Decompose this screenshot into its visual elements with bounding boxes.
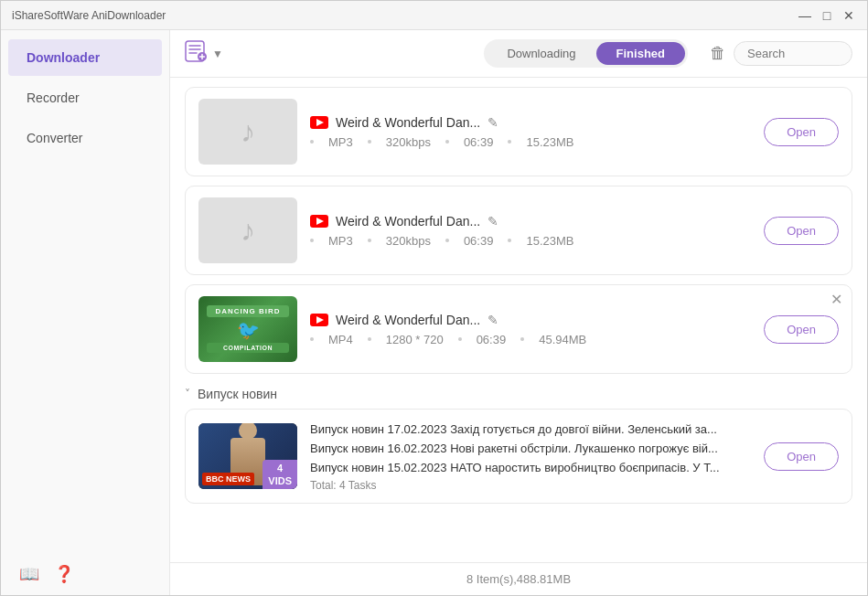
add-dropdown-arrow: ▼: [212, 48, 223, 60]
edit-icon[interactable]: ✎: [488, 313, 498, 327]
youtube-icon: [310, 116, 328, 129]
item-title-row: Weird & Wonderful Dan... ✎: [310, 115, 751, 130]
book-icon[interactable]: 📖: [19, 564, 39, 584]
open-button[interactable]: Open: [764, 118, 839, 146]
item-info: Weird & Wonderful Dan... ✎ MP3 320kbps 0…: [310, 214, 751, 248]
group-header[interactable]: ˅ Випуск новин: [185, 383, 852, 409]
news-line: Випуск новин 17.02.2023 Захід готується …: [310, 420, 751, 440]
sidebar: Downloader Recorder Converter 📖 ❓: [1, 30, 170, 595]
dot: [310, 140, 314, 144]
item-info: Weird & Wonderful Dan... ✎ MP4 1280 * 72…: [310, 313, 751, 346]
open-button[interactable]: Open: [764, 217, 839, 245]
item-meta: MP4 1280 * 720 06:39 45.94MB: [310, 333, 751, 346]
news-line: Випуск новин 15.02.2023 НАТО наростить в…: [310, 459, 751, 478]
add-icon: [185, 39, 209, 69]
play-triangle: [316, 316, 324, 324]
news-logo: BBC NEWS: [202, 473, 254, 485]
item-format: MP3: [328, 234, 353, 248]
edit-icon[interactable]: ✎: [488, 214, 498, 229]
window-controls: — □ ✕: [798, 8, 856, 23]
vids-badge: 4 VIDS: [263, 460, 297, 490]
sidebar-item-recorder[interactable]: Recorder: [8, 80, 162, 116]
play-triangle: [316, 119, 324, 126]
open-group-button[interactable]: Open: [764, 442, 839, 471]
close-button[interactable]: ✕: [841, 8, 856, 23]
news-lines: Випуск новин 17.02.2023 Захід готується …: [310, 420, 751, 477]
title-bar: iShareSoftWare AniDownloader — □ ✕: [1, 1, 867, 30]
dot: [458, 337, 462, 341]
item-title: Weird & Wonderful Dan...: [336, 115, 480, 130]
group-chevron-icon: ˅: [185, 388, 190, 400]
item-thumbnail: ♪: [198, 99, 297, 165]
item-thumbnail: DANCING BIRD 🐦 COMPILATION: [198, 296, 297, 362]
main-layout: Downloader Recorder Converter 📖 ❓: [1, 30, 867, 595]
top-bar: ▼ Downloading Finished 🗑: [170, 30, 867, 78]
youtube-icon: [310, 215, 328, 228]
news-total: Total: 4 Tasks: [310, 479, 751, 492]
item-duration: 06:39: [464, 135, 494, 149]
group-label: Випуск новин: [198, 387, 277, 401]
close-item-button[interactable]: ✕: [830, 291, 842, 308]
item-meta: MP3 320kbps 06:39 15.23MB: [310, 234, 751, 248]
music-icon: ♪: [241, 214, 255, 248]
item-thumbnail: ♪: [198, 197, 297, 263]
item-title: Weird & Wonderful Dan...: [336, 214, 480, 229]
play-triangle: [316, 218, 324, 225]
item-format: MP3: [328, 135, 353, 149]
dot: [310, 337, 314, 341]
item-bitrate: 320kbps: [386, 234, 431, 248]
item-list: ♪ Weird & Wonderful Dan... ✎ MP3 3: [170, 78, 867, 562]
item-info: Weird & Wonderful Dan... ✎ MP3 320kbps 0…: [310, 115, 751, 149]
dot: [445, 140, 449, 144]
sidebar-bottom: 📖 ❓: [1, 553, 169, 595]
minimize-button[interactable]: —: [798, 8, 812, 23]
dot: [310, 239, 314, 242]
item-bitrate: 1280 * 720: [386, 333, 444, 346]
download-item: ♪ Weird & Wonderful Dan... ✎ MP3 3: [185, 87, 852, 176]
tab-downloading[interactable]: Downloading: [487, 42, 595, 65]
tab-finished[interactable]: Finished: [596, 42, 685, 65]
dot: [508, 239, 511, 242]
item-title-row: Weird & Wonderful Dan... ✎: [310, 214, 751, 229]
download-item-group: BBC NEWS 4 VIDS Випуск новин 17.02.2023 …: [185, 409, 852, 504]
download-item: ♪ Weird & Wonderful Dan... ✎ MP3 3: [185, 186, 852, 275]
edit-icon[interactable]: ✎: [488, 115, 498, 130]
item-duration: 06:39: [477, 333, 507, 346]
sidebar-item-converter[interactable]: Converter: [8, 120, 162, 156]
item-title-row: Weird & Wonderful Dan... ✎: [310, 313, 751, 327]
open-button[interactable]: Open: [764, 315, 839, 344]
item-size: 45.94MB: [539, 333, 586, 346]
item-bitrate: 320kbps: [386, 135, 431, 149]
footer-summary: 8 Item(s),488.81MB: [466, 572, 571, 586]
dot: [520, 337, 524, 341]
youtube-icon: [310, 314, 328, 326]
search-area: 🗑: [710, 41, 852, 66]
dot: [445, 239, 449, 242]
footer: 8 Item(s),488.81MB: [170, 562, 867, 595]
download-item: ✕ DANCING BIRD 🐦 COMPILATION Weird & Won…: [185, 284, 852, 374]
dot: [368, 140, 371, 144]
item-size: 15.23MB: [526, 135, 573, 149]
news-line: Випуск новин 16.02.2023 Нові ракетні обс…: [310, 440, 751, 459]
music-icon: ♪: [241, 115, 255, 149]
help-icon[interactable]: ❓: [54, 564, 74, 584]
sidebar-item-downloader[interactable]: Downloader: [8, 39, 162, 76]
item-title: Weird & Wonderful Dan...: [336, 313, 480, 327]
item-meta: MP3 320kbps 06:39 15.23MB: [310, 135, 751, 149]
dot: [508, 140, 511, 144]
dot: [368, 239, 371, 242]
app-title: iShareSoftWare AniDownloader: [12, 9, 798, 22]
search-input[interactable]: [734, 41, 852, 66]
item-size: 15.23MB: [526, 234, 573, 248]
news-thumbnail: BBC NEWS 4 VIDS: [198, 423, 297, 489]
trash-button[interactable]: 🗑: [710, 44, 726, 63]
add-download-button[interactable]: ▼: [185, 39, 223, 69]
news-info: Випуск новин 17.02.2023 Захід готується …: [310, 420, 751, 492]
item-duration: 06:39: [464, 234, 494, 248]
tab-group: Downloading Finished: [484, 39, 688, 68]
dot: [368, 337, 371, 341]
content-area: ▼ Downloading Finished 🗑 ♪: [170, 30, 867, 595]
maximize-button[interactable]: □: [820, 8, 834, 23]
item-format: MP4: [328, 333, 353, 346]
